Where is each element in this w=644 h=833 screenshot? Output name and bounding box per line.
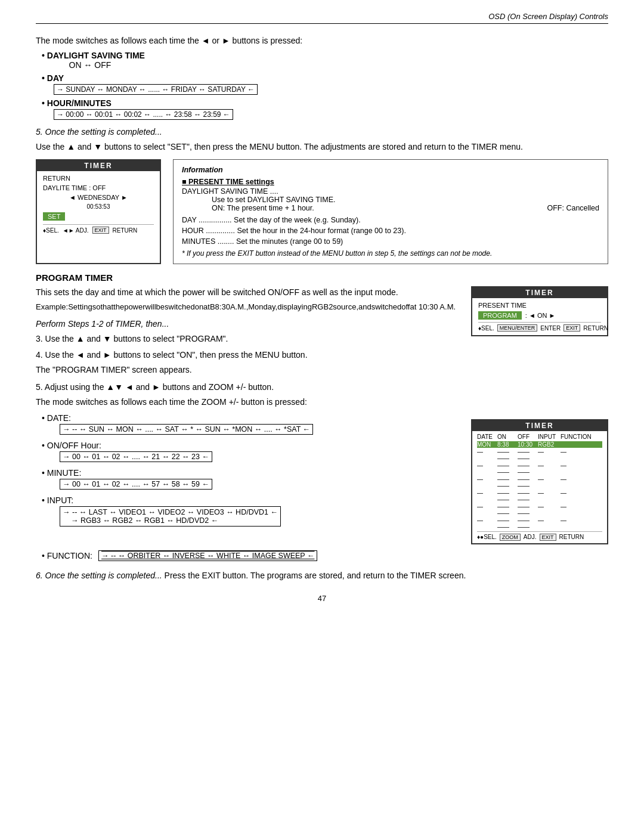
table-row: — —— —— —— —— — — — [477, 490, 602, 503]
daylight-item: • DAYLIGHT SAVING TIME ON ↔ OFF — [42, 51, 608, 70]
present-time-label: PRESENT TIME — [478, 302, 601, 309]
table-row: — —— —— —— —— — — — [477, 448, 602, 462]
step4b-text: The "PROGRAM TIMER" screen appears. — [36, 364, 608, 376]
step6-section: 6. Once the setting is completed... Pres… — [36, 569, 608, 582]
table-row: — —— —— —— —— — — — [477, 476, 602, 489]
function-line: • FUNCTION: → -- ↔ ORBITER ↔ INVERSE ↔ W… — [42, 550, 608, 561]
step6-normal: Press the EXIT button. The programs are … — [165, 571, 466, 580]
timer-box3: TIMER DATE ON OFF INPUT FUNCTION MON 8:3… — [471, 419, 608, 544]
info-minutes-row: MINUTES ........ Set the minutes (range … — [182, 237, 599, 246]
exit-btn3: EXIT — [540, 534, 556, 541]
day-item: • DAY → SUNDAY ↔ MONDAY ↔ ...... ↔ FRIDA… — [42, 73, 608, 95]
timer-day-display: ◄ WEDNESDAY ► — [43, 194, 154, 201]
date-section: TIMER DATE ON OFF INPUT FUNCTION MON 8:3… — [36, 413, 608, 544]
program-label: PROGRAM — [478, 311, 522, 320]
col-input: INPUT — [538, 433, 557, 440]
minute-arrow: → 00 ↔ 01 ↔ 02 ↔ .... ↔ 57 ↔ 58 ↔ 59 ← — [60, 479, 212, 490]
program-row: PROGRAM : ◄ ON ► — [478, 311, 601, 320]
info-present: ■ PRESENT TIME settings — [182, 178, 599, 186]
info-on-text: ON: The present time + 1 hour. — [212, 204, 314, 212]
date-label: • DATE: — [42, 413, 71, 423]
exit-btn2: EXIT — [564, 324, 580, 332]
return-label3: RETURN — [559, 534, 584, 540]
header-title: OSD (On Screen Display) Controls — [488, 12, 608, 21]
info-on-off: ON: The present time + 1 hour. OFF: Canc… — [212, 204, 599, 212]
daylight-arrow: ON ↔ OFF — [60, 60, 111, 70]
sel-icon: ♦SEL. — [43, 227, 59, 234]
timer-box2-footer: ♦SEL. MENU/ENTER ENTER EXIT RETURN — [478, 322, 601, 332]
timer3-header-row: DATE ON OFF INPUT FUNCTION — [477, 433, 602, 440]
return-label2: RETURN — [583, 325, 608, 332]
col-off: OFF — [518, 433, 534, 440]
enter-label: ENTER — [540, 325, 561, 332]
step5-section: 5. Once the setting is completed... Use … — [36, 126, 608, 153]
timer-box3-body: DATE ON OFF INPUT FUNCTION MON 8:38 10:3… — [472, 431, 607, 543]
adj-label3: ADJ. — [524, 534, 537, 540]
info-title: Information — [182, 166, 599, 174]
timer-box3-title: TIMER — [472, 420, 607, 431]
timer-time-display: 00:53:53 — [43, 203, 154, 210]
table-row: — —— —— —— —— — — — [477, 517, 602, 530]
hourmin-label: • HOUR/MINUTES — [42, 98, 112, 108]
onoff-label: • ON/OFF Hour: — [42, 441, 101, 450]
function-label: • FUNCTION: — [42, 551, 92, 561]
step5-text: Use the ▲ and ▼ buttons to select "SET",… — [36, 141, 608, 153]
mode-switches-text: The mode switches as follows each time t… — [36, 35, 608, 47]
function-item: • FUNCTION: → -- ↔ ORBITER ↔ INVERSE ↔ W… — [42, 550, 608, 561]
step6-text: 6. Once the setting is completed... Pres… — [36, 569, 608, 582]
timer-box2-title: TIMER — [472, 287, 607, 298]
step6-italic: 6. Once the setting is completed... — [36, 571, 162, 580]
hourmin-item: • HOUR/MINUTES → 00:00 ↔ 00:01 ↔ 00:02 ↔… — [42, 98, 608, 120]
info-note: * If you press the EXIT button instead o… — [182, 249, 599, 258]
input-label: • INPUT: — [42, 496, 73, 505]
zoom-btn: ZOOM — [500, 534, 521, 541]
timer-box2: TIMER PRESENT TIME PROGRAM : ◄ ON ► ♦SEL… — [471, 286, 608, 336]
timer-daylite-row: DAYLITE TIME : OFF — [43, 184, 154, 191]
info-hour-row: HOUR .............. Set the hour in the … — [182, 227, 599, 235]
info-daylight-head: DAYLIGHT SAVING TIME .... — [182, 187, 599, 196]
table-row: — —— —— —— —— — — — [477, 462, 602, 475]
daylight-label: • DAYLIGHT SAVING TIME — [42, 51, 145, 60]
col-on: ON — [497, 433, 514, 440]
timer-info-row: TIMER RETURN DAYLITE TIME : OFF ◄ WEDNES… — [36, 159, 608, 264]
info-daylight-desc: Use to set DAYLIGHT SAVING TIME. — [212, 196, 599, 204]
table-row: MON 8:38 10:30 RGB2 — [477, 441, 602, 448]
intro-section: The mode switches as follows each time t… — [36, 35, 608, 120]
step4a-text: 4. Use the ◄ and ► buttons to select "ON… — [36, 349, 608, 361]
step5a-text: 5. Adjust using the ▲▼ ◄ and ► buttons a… — [36, 381, 608, 394]
hourmin-arrow: → 00:00 ↔ 00:01 ↔ 00:02 ↔ ..... ↔ 23:58 … — [54, 109, 608, 120]
table-row: — —— —— —— —— — — — [477, 503, 602, 516]
onoff-arrow: → 00 ↔ 01 ↔ 02 ↔ .... ↔ 21 ↔ 22 ↔ 23 ← — [60, 451, 212, 462]
timer-box-title: TIMER — [37, 160, 160, 171]
step5-italic: 5. Once the setting is completed... — [36, 126, 608, 138]
info-off-text: OFF: Cancelled — [547, 204, 599, 212]
timer-box-body: RETURN DAYLITE TIME : OFF ◄ WEDNESDAY ► … — [37, 171, 160, 237]
on-label: : ◄ ON ► — [525, 312, 556, 319]
input-arrows: → -- ↔ LAST ↔ VIDEO1 ↔ VIDEO2 ↔ VIDEO3 ↔… — [60, 506, 281, 527]
sel-label3: ♦●SEL. — [477, 534, 497, 540]
adj-label: ◄► ADJ. — [63, 227, 89, 234]
day-arrow: → SUNDAY ↔ MONDAY ↔ ...... ↔ FRIDAY ↔ SA… — [54, 84, 608, 95]
timer-box2-body: PRESENT TIME PROGRAM : ◄ ON ► ♦SEL. MENU… — [472, 298, 607, 335]
program-timer-title: PROGRAM TIMER — [36, 272, 608, 283]
date-arrow: → -- ↔ SUN ↔ MON ↔ .... ↔ SAT ↔ * ↔ SUN … — [60, 424, 313, 435]
info-day-row: DAY ................ Set the day of the … — [182, 216, 599, 224]
return-footer: RETURN — [113, 227, 138, 234]
col-function: FUNCTION — [561, 433, 582, 440]
timer-footer: ♦SEL. ◄► ADJ. EXIT RETURN — [43, 224, 154, 234]
program-timer-section: PROGRAM TIMER TIMER PRESENT TIME PROGRAM… — [36, 272, 608, 413]
function-arrow: → -- ↔ ORBITER ↔ INVERSE ↔ WHITE ↔ IMAGE… — [98, 550, 317, 561]
timer-osd-box: TIMER RETURN DAYLITE TIME : OFF ◄ WEDNES… — [36, 159, 161, 264]
menu-enter-btn: MENU/ENTER — [497, 324, 538, 332]
day-label: • DAY — [42, 73, 64, 83]
minute-label: • MINUTE: — [42, 468, 81, 478]
col-date: DATE — [477, 433, 494, 440]
info-box: Information ■ PRESENT TIME settings DAYL… — [173, 159, 608, 264]
step5b-text: The mode switches as follows each time t… — [36, 396, 608, 408]
header: OSD (On Screen Display) Controls — [36, 12, 608, 24]
sel-label2: ♦SEL. — [478, 325, 494, 332]
exit-btn: EXIT — [92, 227, 109, 234]
timer-return-row: RETURN — [43, 175, 154, 182]
timer3-footer: ♦●SEL. ZOOM ADJ. EXIT RETURN — [477, 531, 602, 541]
page-number: 47 — [36, 594, 608, 603]
